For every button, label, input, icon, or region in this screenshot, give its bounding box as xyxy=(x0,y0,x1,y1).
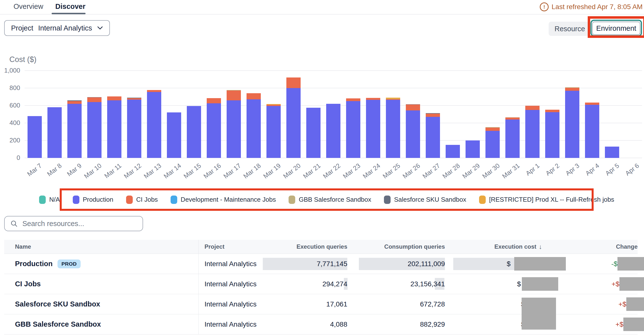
bar-segment[interactable] xyxy=(227,100,241,158)
bar-segment[interactable] xyxy=(366,100,380,158)
bar-segment[interactable] xyxy=(346,98,360,101)
bar-segment[interactable] xyxy=(446,145,460,158)
legend-swatch-icon xyxy=(73,196,80,204)
bar-segment[interactable] xyxy=(28,116,42,158)
gridline xyxy=(24,70,642,71)
bar-segment[interactable] xyxy=(266,105,281,106)
bar-segment[interactable] xyxy=(406,110,420,158)
column-header-execution-cost[interactable]: Execution cost↓ xyxy=(445,240,542,254)
bar-segment[interactable] xyxy=(127,98,141,98)
column-header-change[interactable]: Change xyxy=(542,240,638,254)
bar-segment[interactable] xyxy=(48,107,62,158)
execution-queries-value: 4,088 xyxy=(330,320,347,328)
bar-segment[interactable] xyxy=(565,88,579,91)
legend-item[interactable]: N/A xyxy=(39,196,60,204)
bar-segment[interactable] xyxy=(266,106,281,158)
bar-segment[interactable] xyxy=(107,100,122,158)
cell-name: Salesforce SKU Sandbox xyxy=(4,294,198,314)
bar-segment[interactable] xyxy=(505,117,520,118)
environment-toggle-button[interactable]: Environment xyxy=(592,22,640,35)
bar-segment[interactable] xyxy=(585,103,599,105)
bar-segment[interactable] xyxy=(87,97,102,97)
bar-segment[interactable] xyxy=(386,98,400,99)
legend-item[interactable]: GBB Salesforce Sandbox xyxy=(288,196,371,204)
bar-segment[interactable] xyxy=(326,104,340,158)
bar-segment[interactable] xyxy=(67,101,82,104)
resource-toggle-button[interactable]: Resource xyxy=(549,22,591,36)
change-value: +$ xyxy=(616,320,623,328)
bar-segment[interactable] xyxy=(147,90,161,92)
legend-item[interactable]: Salesforce SKU Sandbox xyxy=(384,196,466,204)
tab-overview[interactable]: Overview xyxy=(14,3,43,11)
bar-segment[interactable] xyxy=(147,92,161,158)
bar-segment[interactable] xyxy=(406,104,420,105)
bar-segment[interactable] xyxy=(87,102,102,158)
cell-consumption-queries: 672,728 xyxy=(347,294,445,314)
bar-segment[interactable] xyxy=(87,97,102,102)
bar-segment[interactable] xyxy=(505,120,520,158)
column-header-consumption-queries[interactable]: Consumption queries xyxy=(347,240,445,254)
bar-segment[interactable] xyxy=(207,98,221,103)
cell-consumption-queries: 23,156,341 xyxy=(347,274,445,294)
bar-segment[interactable] xyxy=(426,113,440,114)
bar-segment[interactable] xyxy=(266,104,281,105)
table-row[interactable]: ProductionPRODInternal Analytics7,771,14… xyxy=(4,254,638,274)
bar-segment[interactable] xyxy=(306,108,320,158)
bar-segment[interactable] xyxy=(107,96,122,100)
bar-segment[interactable] xyxy=(426,114,440,117)
column-header-project[interactable]: Project xyxy=(198,240,273,254)
sort-arrow-icon[interactable]: ↓ xyxy=(539,243,542,251)
bar-segment[interactable] xyxy=(545,112,560,158)
bar-segment[interactable] xyxy=(286,88,300,158)
bar-segment[interactable] xyxy=(486,128,500,131)
search-input[interactable] xyxy=(22,219,137,228)
execution-cost-value: $ xyxy=(517,280,521,288)
bar-segment[interactable] xyxy=(545,110,560,112)
bar-segment[interactable] xyxy=(366,98,380,100)
bar-segment[interactable] xyxy=(207,103,221,158)
bar-segment[interactable] xyxy=(525,106,540,110)
tab-discover[interactable]: Discover xyxy=(55,3,86,11)
bar-segment[interactable] xyxy=(565,87,579,88)
bar-segment[interactable] xyxy=(246,99,261,158)
execution-queries-value: 17,061 xyxy=(326,300,347,308)
legend-item[interactable]: Production xyxy=(73,196,113,204)
bar-segment[interactable] xyxy=(227,90,241,91)
resource-name[interactable]: Salesforce SKU Sandbox xyxy=(15,300,100,308)
resource-name[interactable]: GBB Salesforce Sandbox xyxy=(15,320,101,328)
bar-segment[interactable] xyxy=(605,147,619,158)
bar-segment[interactable] xyxy=(386,100,400,158)
column-header-execution-queries[interactable]: Execution queries xyxy=(273,240,347,254)
redaction-block xyxy=(626,297,644,311)
bar-segment[interactable] xyxy=(167,112,181,158)
resource-name[interactable]: Production xyxy=(15,260,52,268)
bar-segment[interactable] xyxy=(286,78,300,88)
bar-segment[interactable] xyxy=(505,118,520,120)
consumption-queries-value: 672,728 xyxy=(420,300,445,308)
bar-segment[interactable] xyxy=(127,98,141,100)
bar-segment[interactable] xyxy=(406,105,420,110)
legend-item[interactable]: CI Jobs xyxy=(126,196,158,204)
bar-segment[interactable] xyxy=(426,117,440,158)
column-header-name[interactable]: Name xyxy=(4,240,198,254)
resource-name[interactable]: CI Jobs xyxy=(15,280,41,288)
table-row[interactable]: CI JobsInternal Analytics294,27423,156,3… xyxy=(4,274,638,294)
bar-segment[interactable] xyxy=(67,104,82,158)
bar-segment[interactable] xyxy=(585,105,599,158)
bar-segment[interactable] xyxy=(246,93,261,99)
bar-segment[interactable] xyxy=(386,99,400,99)
legend-item[interactable]: Development - Maintenance Jobs xyxy=(170,196,276,204)
bar-segment[interactable] xyxy=(67,100,82,101)
bar-segment[interactable] xyxy=(386,99,400,100)
bar-segment[interactable] xyxy=(346,101,360,158)
bar-segment[interactable] xyxy=(565,91,579,158)
bar-segment[interactable] xyxy=(127,100,141,158)
bar-segment[interactable] xyxy=(187,106,201,158)
bar-segment[interactable] xyxy=(227,91,241,100)
bar-segment[interactable] xyxy=(486,131,500,158)
legend-item[interactable]: [RESTRICTED] Prod XL -- Full-Refresh job… xyxy=(479,196,614,204)
bar-segment[interactable] xyxy=(486,127,500,128)
project-filter-button[interactable]: Project Internal Analytics xyxy=(4,20,110,36)
bar-segment[interactable] xyxy=(466,140,480,158)
bar-segment[interactable] xyxy=(525,110,540,158)
